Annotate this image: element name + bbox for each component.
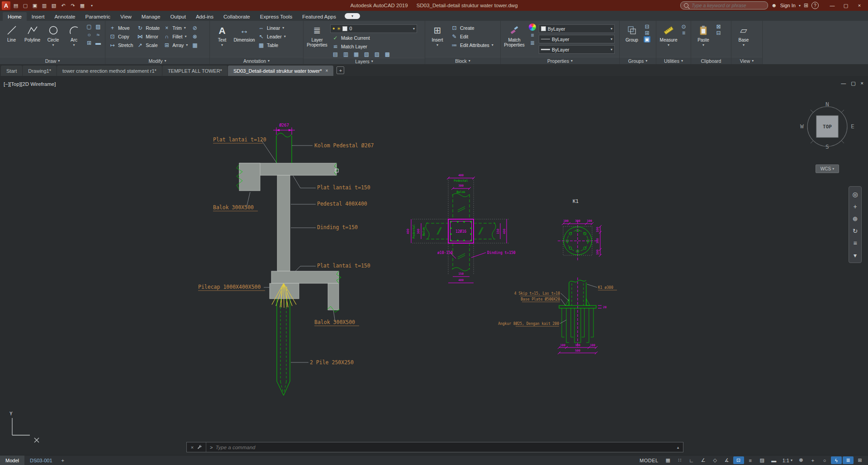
layer-dropdown[interactable]: ● ☀ 0 ▾ [330, 24, 417, 33]
ribbon-tab-insert[interactable]: Insert [27, 12, 50, 21]
viewcube-south[interactable]: S [825, 143, 829, 150]
ribbon-tab-featured-apps[interactable]: Featured Apps [297, 12, 341, 21]
rectangle-icon[interactable]: ▢ [85, 23, 93, 32]
pan-icon[interactable]: + [849, 200, 861, 212]
scale-button[interactable]: ↗Scale [135, 41, 161, 49]
base-button[interactable]: ▱ Base ▾ [733, 22, 754, 57]
polyline-button[interactable]: Polyline [23, 22, 42, 57]
layer-properties-button[interactable]: ≣ Layer Properties [305, 22, 329, 58]
circle-chevron-icon[interactable]: ▾ [52, 42, 54, 47]
layer-isolate-icon[interactable]: ▥ [342, 51, 349, 57]
new-layout-button[interactable]: + [58, 458, 68, 463]
ungroup-icon[interactable]: ⊟ [644, 23, 650, 30]
undo-icon[interactable]: ↶ [59, 1, 67, 9]
orbit-icon[interactable]: ↻ [849, 225, 861, 237]
layer-walk-icon[interactable]: ▩ [384, 51, 391, 57]
trim-button[interactable]: ×Trim▾ [161, 23, 190, 32]
model-space-tab[interactable]: Model [0, 456, 24, 465]
help-icon[interactable]: ? [811, 2, 819, 9]
drawing-canvas[interactable]: Ø267 Plat lantai t=120 Kolom Pedestal Ø2… [0, 76, 868, 456]
mirror-button[interactable]: ⋈Mirror [135, 32, 161, 41]
viewcube-north[interactable]: N [825, 101, 829, 108]
ribbon-tab-parametric[interactable]: Parametric [81, 12, 116, 21]
restore-button[interactable]: ▢ [839, 0, 853, 11]
ribbon-tab-home[interactable]: Home [3, 12, 27, 21]
doc-tab-drawing1[interactable]: Drawing1* [23, 66, 57, 76]
boundary-icon[interactable]: ▬ [94, 40, 102, 48]
group-edit-icon[interactable]: ⊞ [644, 30, 650, 36]
layer-off-icon[interactable]: ▤ [332, 51, 339, 57]
hatch-icon[interactable]: ▨ [94, 23, 102, 32]
graphics-performance-icon[interactable]: ϟ [831, 456, 842, 464]
quick-calc-icon[interactable]: ≡ [680, 30, 687, 36]
layer-freeze-icon[interactable]: ▦ [353, 51, 360, 57]
ribbon-tab-view[interactable]: View [115, 12, 137, 21]
workspace-gear-icon[interactable]: ☸ [796, 456, 806, 464]
cut-icon[interactable]: ⊠ [715, 23, 722, 30]
rotate-button[interactable]: ↻Rotate [135, 23, 161, 32]
ellipse-icon[interactable]: ○ [85, 32, 93, 40]
doc-tab-tower-crane[interactable]: tower crane erection method statement r1… [57, 66, 162, 76]
ribbon-tab-express-tools[interactable]: Express Tools [255, 12, 297, 21]
group-button[interactable]: Group [621, 22, 642, 57]
navbar-chevron-icon[interactable]: ▾ [849, 249, 861, 261]
ortho-icon[interactable]: ∟ [686, 456, 697, 464]
line-button[interactable]: Line [2, 22, 21, 57]
selection-cycling-icon[interactable]: ▬ [768, 456, 779, 464]
group-selection-icon[interactable]: ▣ [644, 36, 650, 42]
panel-footer-block[interactable]: Block ▾ [425, 57, 500, 64]
clean-screen-icon[interactable]: ⊞ [854, 456, 865, 464]
new-drawing-tab-button[interactable]: + [337, 66, 344, 74]
viewcube[interactable]: TOP N W E S [800, 101, 854, 150]
doc-tab-templet-all-tower[interactable]: TEMPLET ALL TOWER* [162, 66, 228, 76]
new-file-icon[interactable]: ▢ [21, 1, 29, 9]
color-wheel-icon[interactable] [529, 23, 536, 31]
region-icon[interactable]: ⊞ [85, 40, 93, 48]
object-snap-icon[interactable]: ⊡ [733, 456, 744, 464]
wcs-button[interactable]: WCS ▾ [816, 164, 839, 173]
lineweight-dropdown[interactable]: ByLayer ▾ [539, 45, 615, 54]
id-point-icon[interactable]: ⊙ [680, 23, 687, 30]
annotation-monitor-icon[interactable]: + [807, 456, 818, 464]
panel-footer-properties[interactable]: Properties ▾ [501, 57, 619, 64]
command-input[interactable] [214, 444, 673, 451]
ribbon-tab-addins[interactable]: Add-ins [191, 12, 218, 21]
match-properties-button[interactable]: Match Properties [503, 22, 526, 57]
doc-tab-sd03-detail[interactable]: SD03_Detail-detail struktur water tower*… [228, 66, 333, 76]
panel-footer-modify[interactable]: Modify ▾ [105, 57, 209, 64]
explode-button[interactable]: ⊗ [190, 32, 200, 41]
search-box[interactable] [680, 1, 768, 9]
viewport-minimize-icon[interactable]: — [841, 80, 846, 86]
signin-button[interactable]: Sign In [780, 3, 796, 8]
close-button[interactable]: × [853, 0, 866, 11]
layer-unisolate-icon[interactable]: ▨ [374, 51, 380, 57]
panel-footer-clipboard[interactable]: Clipboard [691, 57, 731, 64]
app-menu-icon[interactable]: ▤ [12, 1, 20, 9]
viewport-restore-icon[interactable]: ▢ [851, 80, 855, 86]
text-button[interactable]: A Text ▾ [212, 22, 232, 57]
copy-clip-icon[interactable]: ⊟ [715, 30, 722, 36]
save-icon[interactable]: ▥ [40, 1, 48, 9]
isodraft-icon[interactable]: ◇ [710, 456, 721, 464]
showmotion-icon[interactable]: ≡ [849, 237, 861, 249]
viewport-close-icon[interactable]: × [861, 80, 863, 86]
snap-mode-icon[interactable]: ∷ [674, 456, 685, 464]
signin-chevron-icon[interactable]: ▾ [799, 4, 801, 8]
linetype-list-icon[interactable]: ≡ [529, 32, 536, 38]
ribbon-tab-output[interactable]: Output [165, 12, 191, 21]
linetype-dropdown[interactable]: ByLayer ▾ [539, 35, 615, 43]
sheet-set-icon[interactable]: ▦ [78, 1, 86, 9]
customization-icon[interactable]: ≣ [843, 456, 854, 464]
panel-footer-draw[interactable]: Draw ▾ [0, 57, 105, 64]
paste-button[interactable]: Paste ▾ [693, 22, 714, 57]
app-store-icon[interactable]: ⊞ [804, 2, 808, 9]
dimension-button[interactable]: ↔ Dimension [234, 22, 255, 57]
autocad-logo-icon[interactable]: A [2, 1, 10, 10]
insert-button[interactable]: ⊞ Insert ▾ [427, 22, 448, 57]
object-snap-tracking-icon[interactable]: ∡ [721, 456, 732, 464]
open-file-icon[interactable]: ▣ [31, 1, 39, 9]
lineweight-icon[interactable]: ≡ [745, 456, 756, 464]
grid-icon[interactable]: ▦ [663, 456, 674, 464]
doc-tab-start[interactable]: Start [1, 66, 22, 76]
edit-attributes-button[interactable]: ≔Edit Attributes▾ [449, 41, 495, 49]
